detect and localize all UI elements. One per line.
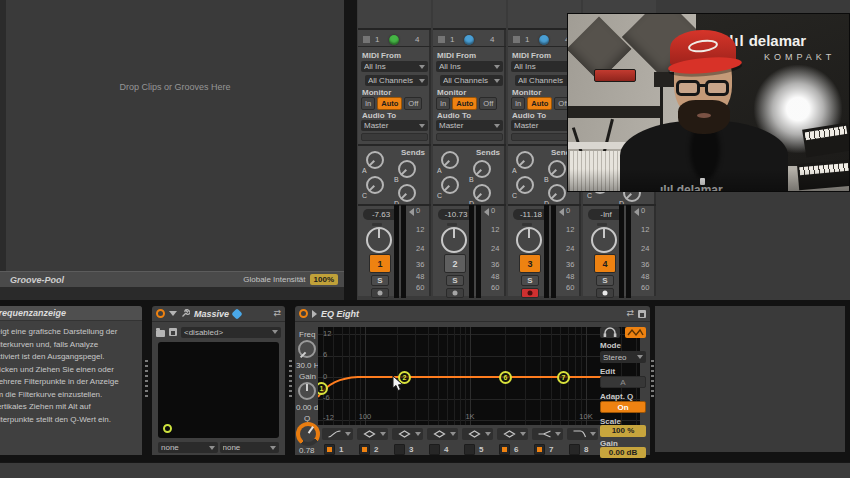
send-a-knob[interactable] [366, 151, 384, 169]
band-4-filter-type-chooser[interactable] [427, 428, 458, 440]
arm-button[interactable] [371, 288, 389, 298]
band-7-activator[interactable] [534, 444, 545, 455]
band-8-activator[interactable] [569, 444, 580, 455]
band-3-filter-type-chooser[interactable] [392, 428, 423, 440]
filter-point-6[interactable]: 6 [499, 371, 512, 384]
audition-headphone-button[interactable] [600, 327, 620, 338]
track-activator[interactable]: 1 [369, 254, 391, 273]
band-6-activator[interactable] [499, 444, 510, 455]
output-chooser[interactable]: Master [436, 120, 503, 131]
output-gain-value[interactable]: 0.00 dB [600, 447, 646, 458]
pan-knob[interactable] [366, 227, 392, 253]
input-type-chooser[interactable]: All Ins [361, 61, 428, 72]
arm-button[interactable] [446, 288, 464, 298]
send-c-knob[interactable] [366, 176, 384, 194]
hot-swap-icon[interactable]: ⇄ [273, 309, 281, 318]
eq-eight-title-bar[interactable]: EQ Eight ⇄ [295, 306, 650, 322]
unfold-icon[interactable] [312, 310, 317, 318]
solo-button[interactable]: S [446, 275, 464, 286]
eq-display[interactable]: 12 6 0 -6 -12 100 1K 10K 1 2 6 7 [318, 327, 640, 425]
unfold-icon[interactable] [169, 311, 177, 316]
band-1-filter-type-chooser[interactable] [322, 428, 353, 440]
wrench-icon[interactable] [181, 309, 190, 318]
solo-button[interactable]: S [596, 275, 614, 286]
empty-device-area[interactable] [655, 306, 845, 452]
monitor-auto-button[interactable]: Auto [377, 97, 402, 110]
input-type-chooser[interactable]: All Ins [436, 61, 503, 72]
input-channel-chooser[interactable]: All Channels [440, 75, 503, 86]
save-preset-icon[interactable] [169, 328, 177, 336]
save-preset-icon[interactable] [638, 310, 646, 318]
clip-stop-button[interactable] [513, 36, 520, 43]
q-value[interactable]: 0.78 [299, 446, 315, 455]
monitor-in-button[interactable]: In [361, 97, 375, 110]
band-1-activator[interactable] [324, 444, 335, 455]
send-a-knob[interactable] [516, 151, 534, 169]
mode-chooser[interactable]: Stereo [600, 351, 646, 363]
send-d-knob[interactable] [398, 184, 416, 202]
groove-drop-area[interactable]: Drop Clips or Grooves Here [6, 0, 344, 271]
output-chooser[interactable]: Master [361, 120, 428, 131]
adapt-q-toggle[interactable]: On [600, 401, 646, 413]
pan-knob[interactable] [516, 227, 542, 253]
band-2-activator[interactable] [359, 444, 370, 455]
monitor-in-button[interactable]: In [511, 97, 525, 110]
send-b-knob[interactable] [398, 160, 416, 178]
send-b-knob[interactable] [548, 160, 566, 178]
monitor-auto-button[interactable]: Auto [452, 97, 477, 110]
pan-knob[interactable] [441, 227, 467, 253]
mod-slot-2-chooser[interactable]: none [220, 442, 280, 453]
global-intensity-value[interactable]: 100% [310, 274, 338, 285]
band-5-filter-type-chooser[interactable] [462, 428, 493, 440]
arm-button[interactable] [521, 288, 539, 298]
hot-swap-icon[interactable]: ⇄ [626, 309, 634, 318]
mod-slot-1-chooser[interactable]: none [158, 442, 218, 453]
band-4-activator[interactable] [429, 444, 440, 455]
clip-slot-area[interactable] [358, 0, 431, 30]
pan-knob[interactable] [591, 227, 617, 253]
folder-icon[interactable] [156, 330, 165, 337]
track-activator[interactable]: 4 [594, 254, 616, 273]
clip-slot-area[interactable] [433, 0, 506, 30]
scale-value[interactable]: 100 % [600, 425, 646, 437]
band-8-filter-type-chooser[interactable] [567, 428, 598, 440]
solo-button[interactable]: S [521, 275, 539, 286]
track-activator[interactable]: 2 [444, 254, 466, 273]
device-drag-handle[interactable] [145, 360, 148, 400]
solo-button[interactable]: S [371, 275, 389, 286]
send-d-knob[interactable] [473, 184, 491, 202]
monitor-off-button[interactable]: Off [479, 97, 497, 110]
send-d-knob[interactable] [548, 184, 566, 202]
monitor-auto-button[interactable]: Auto [527, 97, 552, 110]
arm-button[interactable] [596, 288, 614, 298]
xy-point[interactable] [163, 424, 172, 433]
device-drag-handle[interactable] [651, 360, 654, 400]
band-gain-knob[interactable] [298, 382, 316, 400]
band-3-activator[interactable] [394, 444, 405, 455]
filter-point-7[interactable]: 7 [557, 371, 570, 384]
analyze-button[interactable] [625, 327, 646, 338]
send-c-knob[interactable] [516, 176, 534, 194]
preset-chooser[interactable]: <disabled> [181, 327, 281, 338]
input-channel-chooser[interactable]: All Channels [365, 75, 428, 86]
send-c-knob[interactable] [441, 176, 459, 194]
clip-stop-button[interactable] [438, 36, 445, 43]
device-drag-handle[interactable] [289, 360, 292, 400]
clip-stop-button[interactable] [363, 36, 370, 43]
monitor-in-button[interactable]: In [436, 97, 450, 110]
band-7-filter-type-chooser[interactable] [532, 428, 563, 440]
band-5-activator[interactable] [464, 444, 475, 455]
massive-title-bar[interactable]: Massive ⇄ [152, 306, 285, 322]
band-6-filter-type-chooser[interactable] [497, 428, 528, 440]
monitor-off-button[interactable]: Off [404, 97, 422, 110]
send-b-knob[interactable] [473, 160, 491, 178]
band-2-filter-type-chooser[interactable] [357, 428, 388, 440]
plugin-xy-display[interactable] [158, 342, 279, 438]
device-activator-icon[interactable] [299, 309, 308, 318]
track-activator[interactable]: 3 [519, 254, 541, 273]
edit-ab-button[interactable]: A [600, 376, 646, 388]
device-activator-icon[interactable] [156, 309, 165, 318]
freq-knob[interactable] [298, 340, 316, 358]
q-knob[interactable] [296, 422, 320, 446]
send-a-knob[interactable] [441, 151, 459, 169]
